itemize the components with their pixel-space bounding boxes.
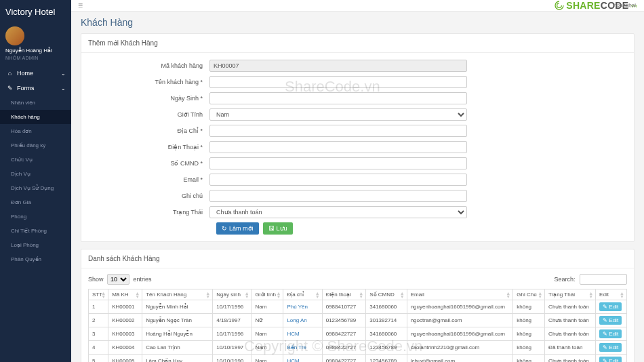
home-icon: ⌂ (7, 70, 13, 77)
address-link[interactable]: Bến Tre (287, 344, 306, 350)
label-address: Địa Chỉ * (91, 127, 209, 134)
sort-icon: ▲▼ (588, 291, 593, 298)
input-email[interactable] (209, 174, 467, 186)
table-cell: KH00005 (108, 355, 142, 363)
nav-item-dongia[interactable]: Đơn Giá (0, 195, 71, 209)
col-header[interactable]: Trạng Thái▲▼ (545, 289, 596, 300)
nav-item-loaiphong[interactable]: Loại Phòng (0, 238, 71, 252)
table-cell: không (513, 314, 545, 327)
nav-home[interactable]: ⌂Home⌄ (0, 66, 71, 81)
col-header[interactable]: Điện thoại▲▼ (322, 289, 366, 300)
table-cell: KH00001 (108, 300, 142, 314)
table-cell: ✎ Edit (596, 314, 627, 327)
address-link[interactable]: HCM (287, 331, 299, 337)
table-cell: 5 (89, 355, 108, 363)
dt-search-input[interactable] (580, 274, 627, 285)
col-header[interactable]: STT▲▼ (89, 289, 108, 300)
nav-item-dichvu[interactable]: Dịch Vụ (0, 167, 71, 181)
label-gender: Giới Tính (91, 111, 209, 118)
topbar: ≡ SHARECODE.vn hoanghai (71, 0, 644, 12)
label-dob: Ngày Sinh * (91, 95, 209, 102)
table-cell: HCM (283, 355, 322, 363)
address-link[interactable]: Phú Yên (287, 304, 308, 310)
table-cell: Nam (251, 355, 283, 363)
logo-text-1: SHARE (566, 0, 601, 11)
input-address[interactable] (209, 125, 467, 137)
table-row: 2KH00002Nguyễn Ngọc Trân4/18/1997NữLong … (89, 314, 627, 327)
input-name[interactable] (209, 76, 467, 88)
col-header[interactable]: Mã KH▲▼ (108, 289, 142, 300)
table-cell: 341680060 (366, 300, 407, 314)
edit-button[interactable]: ✎ Edit (599, 329, 622, 338)
table-cell: không (513, 300, 545, 314)
table-cell: ✎ Edit (596, 341, 627, 355)
nav-item-hoadon[interactable]: Hóa đơn (0, 124, 71, 138)
edit-button[interactable]: ✎ Edit (599, 343, 622, 352)
sort-icon: ▲▼ (359, 291, 363, 298)
edit-button[interactable]: ✎ Edit (599, 316, 622, 325)
sort-icon: ▲▼ (101, 291, 106, 298)
table-cell: nguyenhoanghai16051996@gmail.com (407, 300, 513, 314)
edit-button[interactable]: ✎ Edit (599, 357, 622, 362)
nav-item-chucvu[interactable]: Chức Vụ (0, 153, 71, 167)
nav-item-khachhang[interactable]: Khách hàng (0, 110, 71, 124)
table-row: 5KH00005Lâm Chấn Huy10/10/1990NamHCM0988… (89, 355, 627, 363)
sort-icon: ▲▼ (205, 291, 210, 298)
nav-item-phong[interactable]: Phòng (0, 209, 71, 224)
topbar-username[interactable]: hoanghai (613, 2, 636, 8)
table-row: 1KH00001Nguyễn Minh Hải10/17/1996NamPhú … (89, 300, 627, 314)
table-cell: 4/18/1997 (213, 314, 251, 327)
select-status[interactable]: Chưa thanh toán (209, 206, 467, 218)
edit-button[interactable]: ✎ Edit (599, 302, 622, 311)
nav-item-dichvusudung[interactable]: Dịch Vụ Sử Dụng (0, 181, 71, 195)
dt-page-size[interactable]: 10 (107, 274, 129, 285)
address-link[interactable]: HCM (287, 358, 299, 362)
nav-forms[interactable]: ✎Forms⌄ (0, 81, 71, 96)
label-name: Tên khách hàng * (91, 79, 209, 85)
table-cell: KH00003 (108, 327, 142, 341)
reset-button[interactable]: ↻Làm mới (216, 222, 259, 235)
dt-length: Show 10 entries (88, 274, 152, 285)
dt-show-label: Show (88, 276, 104, 283)
col-header[interactable]: Tên Khách Hàng▲▼ (142, 289, 213, 300)
nav-item-phanquyen[interactable]: Phân Quyền (0, 252, 71, 266)
label-idcard: Số CMND * (91, 160, 209, 167)
col-header[interactable]: Số CMND▲▼ (366, 289, 407, 300)
table-cell: 10/10/1990 (213, 355, 251, 363)
table-row: 3KH00003Hoàng Hải Nguyễn10/17/1996NamHCM… (89, 327, 627, 341)
select-gender[interactable]: Nam (209, 108, 467, 121)
table-cell: Nữ (251, 314, 283, 327)
table-cell: Long An (283, 314, 322, 327)
input-phone[interactable] (209, 141, 467, 153)
label-email: Email * (91, 176, 209, 183)
refresh-icon: ↻ (222, 225, 227, 232)
col-header[interactable]: Email▲▼ (407, 289, 513, 300)
nav-item-phieudangky[interactable]: Phiếu đăng ký (0, 138, 71, 153)
avatar[interactable] (5, 26, 24, 45)
input-dob[interactable] (209, 92, 467, 104)
table-cell: không (513, 341, 545, 355)
col-header[interactable]: Giới tính▲▼ (251, 289, 283, 300)
menu-toggle-icon[interactable]: ≡ (78, 1, 83, 10)
table-cell: Chưa thanh toán (545, 314, 596, 327)
label-status: Trạng Thái (91, 209, 209, 216)
label-note: Ghi chú (91, 193, 209, 199)
nav-item-nhanvien[interactable]: Nhân viên (0, 96, 71, 110)
col-header[interactable]: Địa chỉ▲▼ (283, 289, 322, 300)
input-note[interactable] (209, 190, 467, 202)
table-cell: KH00004 (108, 341, 142, 355)
col-header[interactable]: Ghi Chú▲▼ (513, 289, 545, 300)
save-button[interactable]: 🖫Lưu (263, 222, 293, 235)
table-cell: không (513, 327, 545, 341)
address-link[interactable]: Long An (287, 317, 306, 323)
table-cell: Chưa thanh toán (545, 355, 596, 363)
nav-item-chitietphong[interactable]: Chi Tiết Phòng (0, 224, 71, 238)
table-cell: 10/17/1996 (213, 300, 251, 314)
col-header[interactable]: Edit▲▼ (596, 289, 627, 300)
user-name: Nguyễn Hoàng Hải (5, 47, 52, 54)
input-idcard[interactable] (209, 157, 467, 169)
table-cell: Bến Tre (283, 341, 322, 355)
list-panel: Danh sách Khách Hàng Show 10 entries Sea… (81, 249, 635, 362)
table-cell: Nam (251, 300, 283, 314)
col-header[interactable]: Ngày sinh▲▼ (213, 289, 251, 300)
